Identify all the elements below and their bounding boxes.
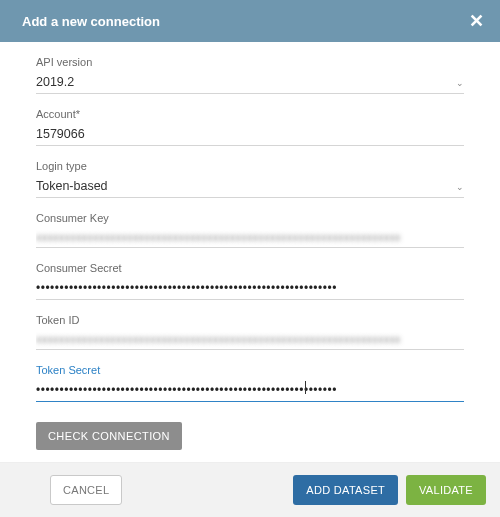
account-field: Account* (36, 108, 464, 146)
token-secret-field: Token Secret •••••••••••••••••••••••••••… (36, 364, 464, 402)
dialog-title: Add a new connection (22, 14, 160, 29)
login-type-value: Token-based (36, 176, 464, 198)
login-type-field: Login type Token-based ⌄ (36, 160, 464, 198)
dialog-header: Add a new connection ✕ (0, 0, 500, 42)
api-version-select[interactable]: 2019.2 ⌄ (36, 72, 464, 94)
consumer-secret-input[interactable]: ••••••••••••••••••••••••••••••••••••••••… (36, 278, 464, 300)
consumer-secret-field: Consumer Secret ••••••••••••••••••••••••… (36, 262, 464, 300)
login-type-select[interactable]: Token-based ⌄ (36, 176, 464, 198)
consumer-key-label: Consumer Key (36, 212, 464, 224)
dialog-body: API version 2019.2 ⌄ Account* Login type… (0, 42, 500, 462)
consumer-key-input[interactable]: xxxxxxxxxxxxxxxxxxxxxxxxxxxxxxxxxxxxxxxx… (36, 228, 464, 248)
consumer-secret-label: Consumer Secret (36, 262, 464, 274)
api-version-label: API version (36, 56, 464, 68)
token-id-field: Token ID xxxxxxxxxxxxxxxxxxxxxxxxxxxxxxx… (36, 314, 464, 350)
close-icon[interactable]: ✕ (469, 12, 484, 30)
account-input[interactable] (36, 124, 464, 146)
token-secret-input[interactable]: ••••••••••••••••••••••••••••••••••••••••… (36, 380, 464, 402)
check-connection-button[interactable]: CHECK CONNECTION (36, 422, 182, 450)
account-label: Account* (36, 108, 464, 120)
consumer-key-field: Consumer Key xxxxxxxxxxxxxxxxxxxxxxxxxxx… (36, 212, 464, 248)
login-type-label: Login type (36, 160, 464, 172)
token-id-input[interactable]: xxxxxxxxxxxxxxxxxxxxxxxxxxxxxxxxxxxxxxxx… (36, 330, 464, 350)
cancel-button[interactable]: CANCEL (50, 475, 122, 505)
token-secret-label: Token Secret (36, 364, 464, 376)
api-version-field: API version 2019.2 ⌄ (36, 56, 464, 94)
add-connection-dialog: Add a new connection ✕ API version 2019.… (0, 0, 500, 517)
validate-button[interactable]: VALIDATE (406, 475, 486, 505)
add-dataset-button[interactable]: ADD DATASET (293, 475, 398, 505)
dialog-footer: CANCEL ADD DATASET VALIDATE (0, 462, 500, 517)
token-id-label: Token ID (36, 314, 464, 326)
api-version-value: 2019.2 (36, 72, 464, 94)
